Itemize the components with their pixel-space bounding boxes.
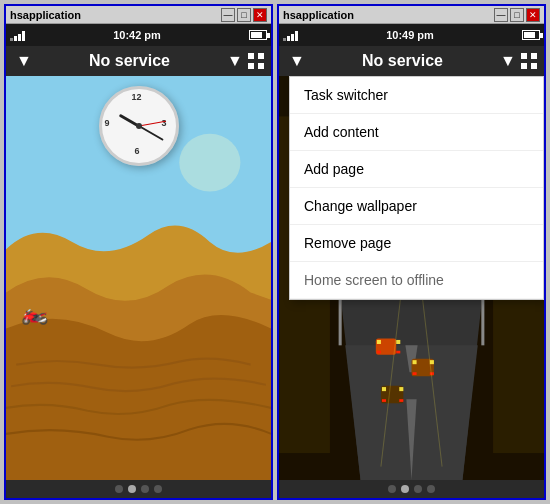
menu-item-add-content[interactable]: Add content [290, 114, 543, 151]
signal-bar-4 [22, 31, 25, 41]
right-maximize-button[interactable]: □ [510, 8, 524, 22]
right-signal-bar-1 [283, 38, 286, 41]
right-phone-window: hsapplication — □ ✕ 10:49 pm ▼ No servic… [277, 4, 546, 500]
motorbike-figure: 🏍️ [21, 300, 48, 326]
svg-point-5 [179, 134, 240, 192]
svg-rect-2 [248, 63, 254, 69]
left-dot-4[interactable] [154, 485, 162, 493]
svg-rect-28 [413, 372, 417, 375]
svg-rect-1 [258, 53, 264, 59]
left-nav-bar: ▼ No service ▼ [6, 46, 271, 76]
right-signal-icon [283, 29, 298, 41]
right-signal-bar-4 [295, 31, 298, 41]
svg-rect-31 [382, 387, 386, 391]
svg-rect-32 [399, 387, 403, 391]
menu-item-remove-page[interactable]: Remove page [290, 225, 543, 262]
right-main-content: Task switcher Add content Add page Chang… [279, 76, 544, 480]
left-nav-left-arrow[interactable]: ▼ [12, 52, 36, 70]
right-dropdown-menu: Task switcher Add content Add page Chang… [289, 76, 544, 300]
right-dot-4[interactable] [427, 485, 435, 493]
menu-item-task-switcher[interactable]: Task switcher [290, 77, 543, 114]
left-battery-icon [249, 30, 267, 40]
left-page-indicators [6, 480, 271, 498]
signal-bar-2 [14, 36, 17, 41]
left-status-time: 10:42 pm [113, 29, 161, 41]
right-nav-right-arrow[interactable]: ▼ [496, 52, 520, 70]
svg-rect-8 [521, 63, 527, 69]
right-title-buttons: — □ ✕ [494, 8, 540, 22]
clock-6: 6 [135, 146, 140, 156]
left-minimize-button[interactable]: — [221, 8, 235, 22]
right-close-button[interactable]: ✕ [526, 8, 540, 22]
signal-bar-1 [10, 38, 13, 41]
right-dot-3[interactable] [414, 485, 422, 493]
left-phone-window: hsapplication — □ ✕ 10:42 pm ▼ No servic… [4, 4, 273, 500]
svg-rect-29 [430, 372, 434, 375]
svg-rect-26 [413, 360, 417, 364]
svg-rect-7 [531, 53, 537, 59]
menu-item-add-page[interactable]: Add page [290, 151, 543, 188]
right-dot-2[interactable] [401, 485, 409, 493]
right-title-text: hsapplication [283, 9, 354, 21]
left-title-buttons: — □ ✕ [221, 8, 267, 22]
left-desert-background: 12 3 6 9 🏍️ [6, 76, 271, 480]
right-battery-icon [522, 30, 540, 40]
right-minimize-button[interactable]: — [494, 8, 508, 22]
right-battery-fill [524, 32, 535, 38]
signal-bar-3 [18, 34, 21, 41]
svg-rect-21 [377, 340, 381, 344]
svg-rect-24 [396, 351, 400, 354]
left-nav-title: No service [36, 52, 223, 70]
right-nav-bar: ▼ No service ▼ [279, 46, 544, 76]
right-page-indicators [279, 480, 544, 498]
left-battery-fill [251, 32, 262, 38]
clock-12: 12 [132, 92, 142, 102]
svg-rect-33 [382, 399, 386, 402]
left-title-text: hsapplication [10, 9, 81, 21]
left-dot-2[interactable] [128, 485, 136, 493]
right-nav-title: No service [309, 52, 496, 70]
left-close-button[interactable]: ✕ [253, 8, 267, 22]
right-status-right [522, 30, 540, 40]
left-signal-icon [10, 29, 25, 41]
right-signal-bar-2 [287, 36, 290, 41]
right-status-bar: 10:49 pm [279, 24, 544, 46]
right-status-time: 10:49 pm [386, 29, 434, 41]
clock-widget: 12 3 6 9 [99, 86, 179, 166]
left-status-right [249, 30, 267, 40]
right-dot-1[interactable] [388, 485, 396, 493]
svg-rect-3 [258, 63, 264, 69]
left-grid-icon[interactable] [247, 52, 265, 70]
left-maximize-button[interactable]: □ [237, 8, 251, 22]
left-nav-right-arrow[interactable]: ▼ [223, 52, 247, 70]
right-status-left [283, 29, 298, 41]
right-grid-icon[interactable] [520, 52, 538, 70]
left-main-content: 12 3 6 9 🏍️ [6, 76, 271, 480]
svg-rect-34 [399, 399, 403, 402]
right-title-bar: hsapplication — □ ✕ [279, 6, 544, 24]
svg-rect-22 [396, 340, 400, 344]
right-signal-bar-3 [291, 34, 294, 41]
menu-item-change-wallpaper[interactable]: Change wallpaper [290, 188, 543, 225]
clock-center-dot [136, 123, 142, 129]
left-status-left [10, 29, 25, 41]
right-nav-left-arrow[interactable]: ▼ [285, 52, 309, 70]
left-dot-3[interactable] [141, 485, 149, 493]
svg-rect-9 [531, 63, 537, 69]
left-title-bar: hsapplication — □ ✕ [6, 6, 271, 24]
svg-rect-6 [521, 53, 527, 59]
menu-item-home-screen-offline[interactable]: Home screen to offline [290, 262, 543, 299]
svg-rect-23 [377, 351, 381, 354]
left-dot-1[interactable] [115, 485, 123, 493]
left-status-bar: 10:42 pm [6, 24, 271, 46]
clock-3: 3 [162, 118, 167, 128]
clock-face: 12 3 6 9 [99, 86, 179, 166]
svg-rect-0 [248, 53, 254, 59]
clock-9: 9 [105, 118, 110, 128]
clock-minute-hand [138, 125, 163, 141]
